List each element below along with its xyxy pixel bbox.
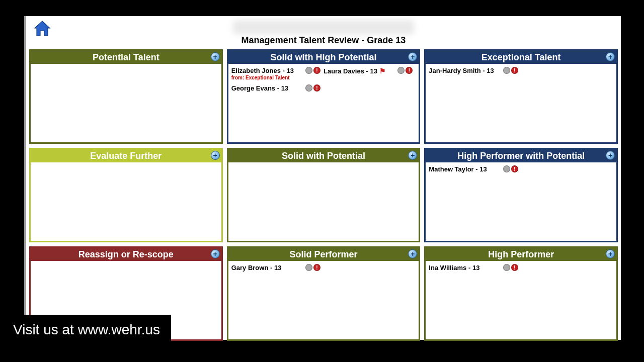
grid-cell[interactable]: Potential Talent+ bbox=[29, 49, 223, 144]
person-card[interactable]: Laura Davies - 13⚑! bbox=[324, 66, 416, 83]
grid-cell[interactable]: Solid with High Potential+Elizabeth Jone… bbox=[227, 49, 421, 144]
grid-cell[interactable]: Evaluate Further+ bbox=[29, 148, 223, 242]
add-icon[interactable]: + bbox=[606, 151, 615, 160]
status-dot-red[interactable]: ! bbox=[313, 84, 320, 92]
cell-title: High Performer bbox=[488, 249, 554, 259]
status-dots[interactable]: ! bbox=[397, 67, 413, 74]
status-dot-red[interactable]: ! bbox=[511, 165, 518, 172]
flag-icon: ⚑ bbox=[379, 67, 386, 75]
grid-cell[interactable]: Solid Performer+Gary Brown - 13! bbox=[227, 246, 421, 341]
grid-cell[interactable]: Solid with Potential+ bbox=[227, 148, 421, 242]
grid-cell[interactable]: High Performer+Ina Williams - 13! bbox=[424, 246, 618, 341]
add-icon[interactable]: + bbox=[606, 249, 615, 258]
add-icon[interactable]: + bbox=[211, 151, 220, 160]
cell-title: Solid with High Potential bbox=[270, 52, 376, 62]
status-dots[interactable]: ! bbox=[305, 84, 320, 92]
cell-body[interactable] bbox=[228, 162, 419, 241]
status-dots[interactable]: ! bbox=[503, 264, 518, 271]
cell-header: Solid with Potential+ bbox=[228, 149, 419, 162]
person-card[interactable]: Jan-Hardy Smith - 13! bbox=[429, 66, 521, 80]
status-dot-grey[interactable] bbox=[503, 67, 510, 74]
add-icon[interactable]: + bbox=[408, 249, 417, 258]
person-card[interactable]: Mathew Taylor - 13! bbox=[429, 164, 521, 178]
nine-box-grid: Potential Talent+Solid with High Potenti… bbox=[29, 49, 618, 341]
cell-body[interactable]: Jan-Hardy Smith - 13! bbox=[426, 64, 616, 142]
cell-body[interactable] bbox=[31, 64, 221, 142]
status-dot-red[interactable]: ! bbox=[313, 264, 320, 271]
add-icon[interactable]: + bbox=[211, 52, 220, 61]
person-card[interactable]: George Evans - 13! bbox=[231, 83, 324, 98]
status-dot-grey[interactable] bbox=[397, 67, 405, 74]
cell-header: Solid with High Potential+ bbox=[228, 51, 419, 64]
caption-overlay: Visit us at www.wehr.us bbox=[0, 315, 171, 345]
status-dots[interactable]: ! bbox=[503, 165, 518, 172]
cell-body[interactable] bbox=[31, 162, 221, 241]
status-dot-grey[interactable] bbox=[305, 264, 312, 271]
add-icon[interactable]: + bbox=[408, 151, 417, 160]
cell-title: Evaluate Further bbox=[90, 151, 162, 161]
app-frame: Management Talent Review - Grade 13 Pote… bbox=[24, 16, 621, 340]
cell-body[interactable]: Elizabeth Jones - 13from: Exceptional Ta… bbox=[228, 64, 419, 142]
cell-title: Potential Talent bbox=[93, 52, 159, 62]
title-blur bbox=[233, 20, 414, 34]
cell-title: High Performer with Potential bbox=[457, 151, 585, 161]
person-card[interactable]: Ina Williams - 13! bbox=[429, 263, 521, 277]
status-dots[interactable]: ! bbox=[503, 67, 518, 74]
status-dot-grey[interactable] bbox=[305, 84, 312, 92]
cell-body[interactable]: Gary Brown - 13! bbox=[228, 261, 419, 339]
cell-title: Solid with Potential bbox=[282, 151, 365, 161]
cell-header: Exceptional Talent+ bbox=[426, 51, 616, 64]
status-dots[interactable]: ! bbox=[305, 67, 320, 74]
person-card[interactable]: Elizabeth Jones - 13from: Exceptional Ta… bbox=[231, 66, 324, 83]
status-dot-grey[interactable] bbox=[305, 67, 312, 74]
status-dots[interactable]: ! bbox=[305, 264, 320, 271]
add-icon[interactable]: + bbox=[606, 52, 615, 61]
cell-header: Reassign or Re-scope+ bbox=[31, 248, 221, 261]
person-note: from: Exceptional Talent bbox=[231, 75, 324, 80]
cell-title: Reassign or Re-scope bbox=[78, 249, 174, 259]
cell-header: Solid Performer+ bbox=[228, 248, 419, 261]
cell-body[interactable]: Mathew Taylor - 13! bbox=[426, 162, 616, 241]
status-dot-grey[interactable] bbox=[503, 264, 510, 271]
person-card[interactable]: Gary Brown - 13! bbox=[231, 263, 324, 277]
status-dot-red[interactable]: ! bbox=[511, 67, 518, 74]
cell-body[interactable]: Ina Williams - 13! bbox=[426, 261, 616, 339]
status-dot-red[interactable]: ! bbox=[406, 67, 413, 74]
cell-header: High Performer with Potential+ bbox=[426, 149, 616, 162]
grid-cell[interactable]: High Performer with Potential+Mathew Tay… bbox=[424, 148, 618, 242]
cell-header: High Performer+ bbox=[426, 248, 616, 261]
grid-cell[interactable]: Exceptional Talent+Jan-Hardy Smith - 13! bbox=[424, 49, 618, 144]
cell-title: Exceptional Talent bbox=[481, 52, 561, 62]
status-dot-grey[interactable] bbox=[503, 165, 510, 172]
status-dot-red[interactable]: ! bbox=[511, 264, 518, 271]
page-title: Management Talent Review - Grade 13 bbox=[29, 35, 618, 46]
add-icon[interactable]: + bbox=[408, 52, 417, 61]
topbar: Management Talent Review - Grade 13 bbox=[29, 18, 618, 45]
cell-header: Potential Talent+ bbox=[31, 51, 221, 64]
cell-title: Solid Performer bbox=[289, 249, 357, 259]
status-dot-red[interactable]: ! bbox=[313, 67, 320, 74]
add-icon[interactable]: + bbox=[211, 249, 220, 258]
cell-header: Evaluate Further+ bbox=[31, 149, 221, 162]
